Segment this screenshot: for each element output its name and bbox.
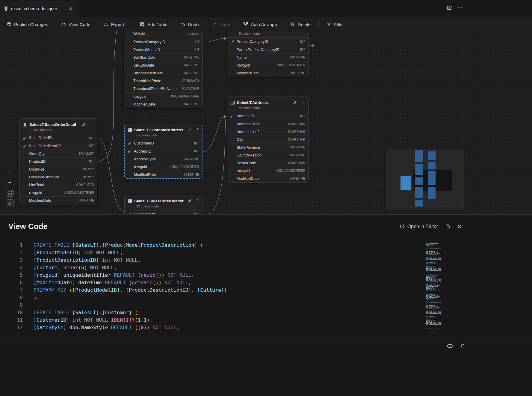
table-column[interactable]: rowguid UNIQUEIDENTIFIER (124, 92, 202, 100)
copilot-button[interactable] (447, 343, 453, 350)
table-column[interactable]: SalesOrderID INT (125, 210, 202, 214)
table-column[interactable]: UnitPrice MONEY (20, 165, 97, 173)
table-node-product-partial[interactable]: Weight DECIMAL ProductCategoryID INT Pro… (124, 31, 203, 108)
column-type: NVARCHAR (288, 161, 305, 165)
open-in-editor-label: Open in Editor (407, 224, 438, 229)
table-column[interactable]: AddressID INT (227, 112, 308, 120)
split-editor-button[interactable] (447, 5, 452, 11)
table-node-customer-address[interactable]: SalesLT.CustomerAddress 5 column data Cu… (124, 124, 202, 179)
toolbar-redo-button[interactable]: Redo (212, 22, 230, 27)
zoom-out-button[interactable]: − (6, 178, 14, 186)
edit-table-button[interactable] (188, 199, 192, 203)
toolbar-export-button[interactable]: Export (104, 22, 124, 27)
table-menu-button[interactable] (195, 128, 200, 132)
column-type: DATETIME (184, 173, 199, 176)
table-column[interactable]: AddressID INT (125, 147, 202, 155)
toolbar-add-table-button[interactable]: Add Table (140, 22, 167, 27)
schema-canvas[interactable]: +− Weight DECIMAL ProductCategoryID INT … (0, 31, 532, 214)
table-node-sales-order-header-partial[interactable]: SalesLT.SalesOrderHeader 22 column data … (124, 195, 202, 214)
column-name: ModifiedDate (237, 177, 290, 181)
table-node-product-category-partial[interactable]: 5 column data ProductCategoryID INT Pare… (227, 31, 309, 77)
table-column[interactable]: ProductModelID INT (124, 46, 202, 53)
table-column[interactable]: CustomerID INT (125, 139, 202, 147)
toolbar-label: Export (111, 22, 124, 27)
code-minimap[interactable] (426, 243, 447, 332)
key-icon (23, 144, 27, 148)
table-column[interactable]: ModifiedDate DATETIME (227, 174, 308, 182)
table-title: SalesLT.SalesOrderHeader (134, 199, 184, 203)
tab-mssql-schema-designer[interactable]: mssql-schema-designer × (0, 0, 77, 17)
copy-code-button[interactable] (445, 224, 450, 229)
table-column[interactable]: ModifiedDate DATETIME (20, 196, 97, 204)
column-type: DATETIME (184, 71, 200, 75)
code-line: 12[NameStyle] dbo.NameStyle DEFAULT ((0)… (0, 324, 532, 331)
column-type: NVARCHAR (182, 87, 200, 90)
fit-view-button[interactable] (6, 189, 14, 197)
table-column[interactable]: ProductID INT (20, 157, 97, 165)
open-in-editor-button[interactable]: Open in Editor (400, 224, 438, 229)
table-column[interactable]: rowguid UNIQUEIDENTIFIER (227, 61, 308, 69)
table-column[interactable]: AddressLine2 NVARCHAR (227, 128, 308, 135)
table-column[interactable]: rowguid UNIQUEIDENTIFIER (20, 189, 97, 196)
table-column[interactable]: SellStartDate DATETIME (124, 53, 202, 61)
line-number: 7 (0, 287, 23, 293)
table-column[interactable]: OrderQty SMALLINT (20, 150, 97, 157)
zoom-in-button[interactable]: + (6, 168, 14, 176)
table-column[interactable]: SalesOrderID INT (20, 134, 97, 142)
table-column[interactable]: DiscontinuedDate DATETIME (124, 69, 202, 77)
table-column[interactable]: rowguid UNIQUEIDENTIFIER (227, 167, 308, 174)
table-menu-button[interactable] (301, 100, 305, 105)
table-column[interactable]: AddressType DBO.NAME (125, 155, 202, 163)
edit-table-button[interactable] (293, 100, 297, 105)
canvas-minimap[interactable] (386, 149, 464, 210)
toolbar-delete-button[interactable]: Delete (290, 22, 311, 27)
line-number: 5 (0, 272, 23, 278)
table-column[interactable]: rowguid UNIQUEIDENTIFIER (125, 163, 202, 171)
table-column[interactable]: ModifiedDate DATETIME (227, 69, 308, 77)
table-column[interactable]: SalesOrderDetailID INT (20, 142, 97, 150)
line-number: 1 (0, 242, 23, 248)
toolbar-view-code-button[interactable]: View Code (61, 22, 90, 27)
toolbar-filter-button[interactable]: Filter (327, 22, 344, 27)
lock-button[interactable] (6, 199, 14, 207)
table-column[interactable]: LineTotal COMPUTED (20, 181, 97, 189)
notifications-button[interactable] (460, 344, 465, 350)
table-menu-button[interactable] (90, 122, 94, 127)
tab-close-icon[interactable]: × (68, 5, 73, 12)
column-type: VARBINARY (182, 79, 200, 82)
edit-table-button[interactable] (187, 128, 191, 132)
column-type: INT (194, 150, 199, 153)
table-column[interactable]: Weight DECIMAL (124, 31, 202, 38)
line-number: 4 (0, 265, 23, 270)
table-column[interactable]: ThumbnailPhotoFileName NVARCHAR (124, 85, 202, 92)
table-column[interactable]: PostalCode NVARCHAR (227, 159, 308, 167)
toolbar-label: Filter (334, 22, 344, 27)
table-column[interactable]: Name DBO.NAME (227, 53, 308, 61)
toolbar-undo-button[interactable]: Undo (181, 22, 199, 27)
table-column[interactable]: ModifiedDate DATETIME (125, 171, 202, 178)
fit-icon (8, 191, 12, 195)
table-column[interactable]: AddressLine1 NVARCHAR (227, 120, 308, 128)
table-column[interactable]: CountryRegion DBO.NAME (227, 151, 308, 159)
column-name: UnitPriceDiscount (29, 175, 83, 179)
table-column[interactable]: ProductCategoryID INT (227, 38, 308, 46)
table-menu-button[interactable] (196, 199, 200, 203)
table-node-address[interactable]: SalesLT.Address 9 column data AddressID … (227, 97, 309, 183)
table-column[interactable]: ThumbNailPhoto VARBINARY (124, 77, 202, 85)
table-column[interactable]: UnitPriceDiscount MONEY (20, 173, 97, 181)
more-actions-button[interactable] (458, 5, 463, 11)
toolbar-publish-changes-button[interactable]: Publish Changes (7, 22, 48, 27)
table-column[interactable]: StateProvince DBO.NAME (227, 143, 308, 151)
table-node-sales-order-detail[interactable]: SalesLT.SalesOrderDetail 9 column data S… (19, 118, 97, 204)
edit-table-button[interactable] (82, 122, 86, 127)
table-column[interactable]: ProductCategoryID INT (124, 38, 202, 46)
toolbar-auto-arrange-button[interactable]: Auto Arrange (243, 22, 277, 27)
table-column[interactable]: City NVARCHAR (227, 135, 308, 143)
column-name: UnitPrice (29, 167, 83, 171)
table-subtitle: 5 column data (230, 31, 305, 37)
close-panel-button[interactable]: × (457, 223, 461, 230)
table-column[interactable]: ParentProductCategoryID INT (227, 46, 308, 53)
table-column[interactable]: SellEndDate DATETIME (124, 61, 202, 69)
code-editor[interactable]: 1CREATE TABLE [SalesLT].[ProductModelPro… (0, 241, 532, 331)
table-column[interactable]: ModifiedDate DATETIME (124, 100, 202, 108)
